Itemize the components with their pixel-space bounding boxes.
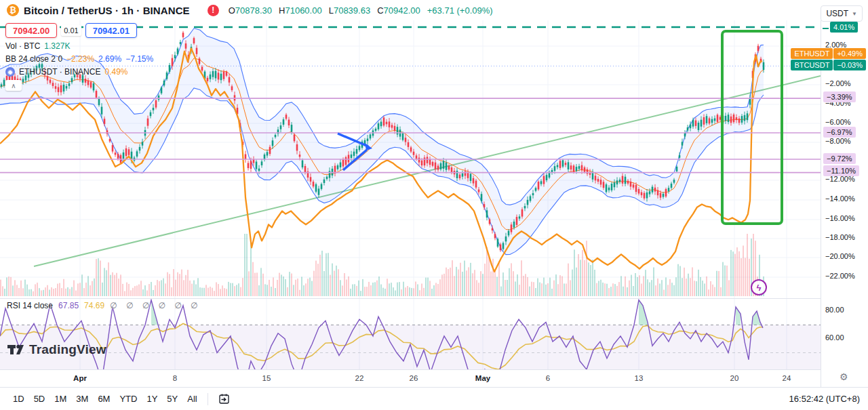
volume-bar (627, 287, 628, 296)
range-button-All[interactable]: All (182, 391, 201, 407)
open-label: O (229, 5, 235, 16)
eth-legend-label[interactable]: ETHUSDT · BINANCE (19, 67, 100, 77)
candle-body (456, 171, 458, 178)
bb-legend-label[interactable]: BB 24 close 2 0 (5, 54, 62, 64)
candle-body (370, 134, 372, 138)
candle-body (484, 204, 486, 207)
buy-price-button[interactable]: 70942.01 (85, 23, 137, 38)
time-axis[interactable]: Apr8152226May6132024 (0, 369, 868, 387)
volume-bar (641, 284, 642, 296)
volume-bar (535, 288, 536, 296)
volume-bar (551, 289, 553, 296)
volume-bar (686, 279, 687, 296)
volume-bar (43, 290, 44, 296)
volume-bar (309, 278, 311, 296)
candle-body (402, 133, 404, 140)
rsi-axis-label: 80.00 (825, 306, 844, 314)
volume-bar (525, 274, 526, 296)
candle-body (269, 147, 271, 154)
volume-bar (606, 284, 608, 296)
change-value: +63.71 (+0.09%) (427, 5, 493, 16)
axis-badge-−11.10%[interactable]: −11.10% (823, 165, 859, 176)
volume-bar (374, 282, 376, 296)
volume-bar (625, 276, 626, 296)
axis-badge-4.01%[interactable]: 4.01% (830, 22, 858, 33)
volume-bar (146, 291, 148, 296)
volume-bar (423, 288, 425, 296)
go-to-date-button[interactable] (214, 391, 235, 407)
volume-bar (246, 234, 248, 296)
candle-body (660, 193, 662, 198)
bb-upper-value: 2.69% (98, 54, 121, 64)
symbol-value-badge-BTCUSDT[interactable]: BTCUSDT−0.03% (791, 60, 866, 70)
range-button-YTD[interactable]: YTD (115, 391, 142, 407)
volume-bar (4, 289, 5, 296)
candle-body (692, 120, 694, 127)
range-button-5Y[interactable]: 5Y (162, 391, 182, 407)
candle-body (185, 43, 187, 49)
volume-bar (682, 278, 683, 296)
volume-bar (704, 283, 705, 296)
rsi-legend-label[interactable]: RSI 14 close (7, 301, 53, 310)
volume-bar (181, 270, 182, 296)
pane-separator[interactable] (0, 298, 868, 299)
symbol-title[interactable]: Bitcoin / TetherUS · 1h · BINANCE (24, 5, 190, 16)
alert-exclamation-icon[interactable]: ! (208, 5, 219, 16)
axis-settings-gear-icon[interactable]: ⚙ (840, 371, 848, 382)
badge-symbol-value: +0.49% (833, 48, 866, 59)
candle-body (408, 142, 410, 147)
currency-selector[interactable]: USDT ▼ (821, 5, 863, 22)
candle-body (180, 42, 182, 44)
volume-bar (384, 289, 386, 296)
volume-bar (193, 281, 195, 296)
axis-badge-−9.72%[interactable]: −9.72% (823, 153, 856, 164)
volume-bar (77, 283, 79, 296)
candle-body (193, 38, 195, 43)
range-button-1D[interactable]: 1D (8, 391, 29, 407)
volume-bar (594, 270, 595, 296)
clock-timezone[interactable]: 16:52:42 (UTC+8) (789, 394, 860, 404)
volume-bar (301, 276, 302, 296)
volume-legend-label[interactable]: Vol · BTC (5, 41, 40, 51)
volume-bar (716, 271, 717, 296)
candle-body (150, 112, 152, 117)
volume-bar (104, 268, 105, 296)
range-button-1Y[interactable]: 1Y (142, 391, 162, 407)
volume-bar (730, 250, 732, 296)
collapse-legend-button[interactable]: ∧ (5, 80, 22, 91)
volume-bar (338, 269, 339, 296)
sell-price-button[interactable]: 70942.00 (5, 23, 57, 38)
volume-bar (356, 286, 357, 296)
volume-bar (87, 276, 89, 296)
volume-bar (429, 281, 431, 296)
range-button-6M[interactable]: 6M (93, 391, 115, 407)
candle-body (709, 119, 711, 124)
range-button-3M[interactable]: 3M (71, 391, 93, 407)
range-button-1M[interactable]: 1M (50, 391, 71, 407)
axis-badge-−3.39%[interactable]: −3.39% (823, 91, 856, 102)
volume-bar (590, 265, 591, 296)
volume-bar (342, 285, 343, 296)
bb-basis-value: −2.23% (66, 54, 94, 64)
volume-bar (547, 283, 549, 296)
axis-price-label: −2.00% (825, 79, 851, 87)
candle-body (413, 152, 415, 155)
low-label: L (329, 5, 334, 16)
volume-bar (195, 285, 197, 296)
chevron-down-icon: ▼ (852, 11, 857, 17)
volume-bar (0, 280, 1, 296)
axis-badge-−6.97%[interactable]: −6.97% (823, 127, 856, 138)
volume-bar (187, 270, 189, 296)
volume-bar (199, 287, 201, 296)
currency-label: USDT (826, 9, 848, 18)
volume-bar (232, 283, 233, 296)
candle-body (714, 119, 716, 121)
lightning-glyph: ϟ (757, 283, 762, 293)
volume-bar (515, 281, 516, 296)
volume-bar (480, 271, 481, 296)
range-button-5D[interactable]: 5D (29, 391, 50, 407)
time-label-May: May (475, 374, 490, 382)
volume-bar (352, 285, 353, 296)
symbol-value-badge-ETHUSDT[interactable]: ETHUSDT+0.49% (791, 48, 866, 59)
high-value: 71060.00 (285, 5, 321, 16)
